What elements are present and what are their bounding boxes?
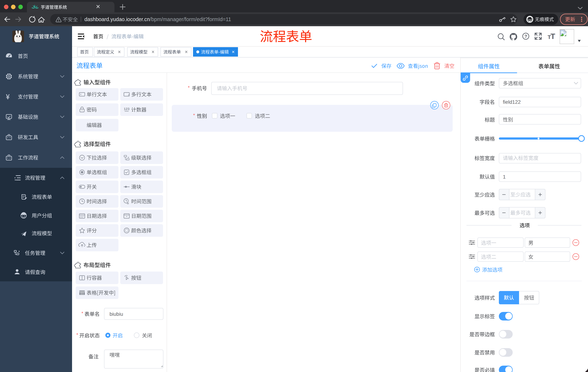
svg-text:T: T — [551, 32, 555, 41]
svg-text:dashboard.yudao.iocoder.cn/bpm: dashboard.yudao.iocoder.cn/bpm/manager/f… — [84, 16, 231, 22]
svg-text:1: 1 — [503, 174, 506, 180]
svg-text:?: ? — [525, 34, 527, 39]
svg-text:biubiu: biubiu — [110, 311, 123, 317]
svg-text:••: •• — [126, 215, 127, 218]
svg-text:field122: field122 — [503, 99, 521, 105]
svg-text:123: 123 — [124, 107, 129, 111]
